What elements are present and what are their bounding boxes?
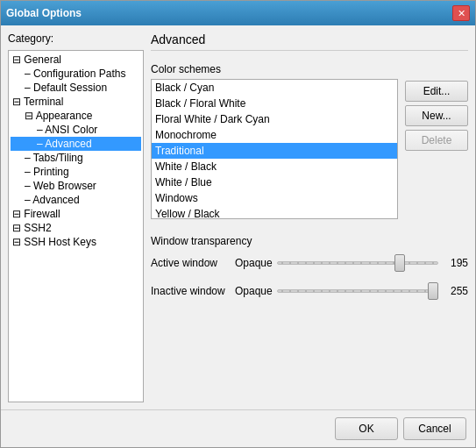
tree-item-label: – Tabs/Tiling	[12, 152, 83, 164]
inactive-slider-thumb[interactable]	[428, 282, 438, 300]
main-panel: Advanced Color schemes Black / CyanBlack…	[151, 32, 468, 402]
tree-item-configuration-paths[interactable]: – Configuration Paths	[11, 67, 141, 81]
tree-item-label: ⊟ SSH Host Keys	[12, 236, 96, 248]
active-slider-track	[277, 261, 438, 265]
category-tree[interactable]: ⊟ General– Configuration Paths– Default …	[8, 50, 144, 402]
tree-item-general[interactable]: ⊟ General	[11, 53, 141, 67]
active-opaque-label: Opaque	[235, 257, 272, 269]
tree-item-ansi-color[interactable]: – ANSI Color	[11, 123, 141, 137]
delete-button[interactable]: Delete	[405, 130, 468, 151]
tree-item-web-browser[interactable]: – Web Browser	[11, 179, 141, 193]
tree-item-appearance[interactable]: ⊟ Appearance	[11, 109, 141, 123]
inactive-opaque-label: Opaque	[235, 285, 272, 297]
tree-item-label: – Printing	[12, 166, 69, 178]
tree-item-label: – Configuration Paths	[12, 68, 125, 80]
color-schemes-section: Color schemes Black / CyanBlack / Floral…	[151, 63, 468, 219]
inactive-slider-dots	[281, 290, 434, 292]
color-list-item-white-black[interactable]: White / Black	[152, 159, 397, 174]
color-schemes-row: Black / CyanBlack / Floral WhiteFloral W…	[151, 79, 468, 219]
inactive-window-label: Inactive window	[151, 285, 230, 297]
scheme-buttons: Edit... New... Delete	[405, 79, 468, 151]
cancel-button[interactable]: Cancel	[403, 417, 466, 440]
tree-item-terminal[interactable]: ⊟ Terminal	[11, 95, 141, 109]
panel-title: Advanced	[151, 32, 468, 51]
close-button[interactable]: ✕	[452, 5, 470, 21]
inactive-window-group: Inactive window Opaque 255	[151, 282, 468, 300]
tree-item-terminal-advanced[interactable]: – Advanced	[11, 193, 141, 207]
inactive-slider-track	[277, 289, 438, 293]
category-label: Category:	[8, 32, 144, 45]
ok-button[interactable]: OK	[335, 417, 398, 440]
tree-item-label: – Advanced	[12, 138, 92, 150]
tree-item-label: ⊟ Terminal	[12, 96, 63, 108]
tree-item-label: ⊟ Appearance	[12, 110, 92, 122]
tree-item-ssh-host-keys[interactable]: ⊟ SSH Host Keys	[11, 235, 141, 249]
color-list-item-traditional[interactable]: Traditional	[152, 143, 397, 159]
color-list-item-windows[interactable]: Windows	[152, 190, 397, 206]
color-list-item-floral-white-dark-cyan[interactable]: Floral White / Dark Cyan	[152, 111, 397, 127]
inactive-slider-track-container[interactable]	[277, 282, 438, 300]
tree-item-label: ⊟ General	[12, 53, 61, 66]
slider-row: Active window Opaque 195 Inactive window	[151, 254, 468, 300]
color-list-item-black-cyan[interactable]: Black / Cyan	[152, 80, 397, 96]
transparency-section: Window transparency Active window Opaque…	[151, 235, 468, 300]
active-window-label: Active window	[151, 257, 230, 269]
color-schemes-label: Color schemes	[151, 63, 468, 75]
tree-item-printing[interactable]: – Printing	[11, 165, 141, 179]
active-slider-track-container[interactable]	[277, 254, 438, 272]
dialog-title: Global Options	[6, 7, 82, 19]
title-bar: Global Options ✕	[1, 1, 475, 25]
inactive-slider-value: 255	[444, 285, 468, 297]
tree-item-label: ⊟ SSH2	[12, 222, 52, 234]
tree-item-label: – ANSI Color	[12, 124, 97, 136]
dialog-footer: OK Cancel	[1, 409, 475, 447]
new-button[interactable]: New...	[405, 105, 468, 126]
transparency-label: Window transparency	[151, 235, 468, 247]
tree-item-default-session[interactable]: – Default Session	[11, 81, 141, 95]
active-window-group: Active window Opaque 195	[151, 254, 468, 272]
tree-item-ssh2[interactable]: ⊟ SSH2	[11, 221, 141, 235]
edit-button[interactable]: Edit...	[405, 81, 468, 102]
active-slider-thumb[interactable]	[394, 254, 405, 272]
color-list-item-white-blue[interactable]: White / Blue	[152, 174, 397, 190]
active-slider-dots	[281, 262, 434, 264]
sidebar: Category: ⊟ General– Configuration Paths…	[8, 32, 144, 402]
tree-item-firewall[interactable]: ⊟ Firewall	[11, 207, 141, 221]
tree-item-label: – Default Session	[12, 82, 107, 94]
tree-item-label: ⊟ Firewall	[12, 208, 60, 220]
tree-item-advanced[interactable]: – Advanced	[11, 137, 141, 151]
color-list-item-black-floral-white[interactable]: Black / Floral White	[152, 96, 397, 111]
color-list[interactable]: Black / CyanBlack / Floral WhiteFloral W…	[151, 79, 398, 219]
tree-item-label: – Web Browser	[12, 180, 96, 192]
color-list-item-yellow-black[interactable]: Yellow / Black	[152, 206, 397, 219]
tree-item-label: – Advanced	[12, 194, 80, 206]
tree-item-tabs-tiling[interactable]: – Tabs/Tiling	[11, 151, 141, 165]
dialog-body: Category: ⊟ General– Configuration Paths…	[1, 25, 475, 409]
global-options-dialog: Global Options ✕ Category: ⊟ General– Co…	[0, 0, 476, 448]
active-slider-value: 195	[444, 257, 468, 269]
color-list-item-monochrome[interactable]: Monochrome	[152, 127, 397, 143]
